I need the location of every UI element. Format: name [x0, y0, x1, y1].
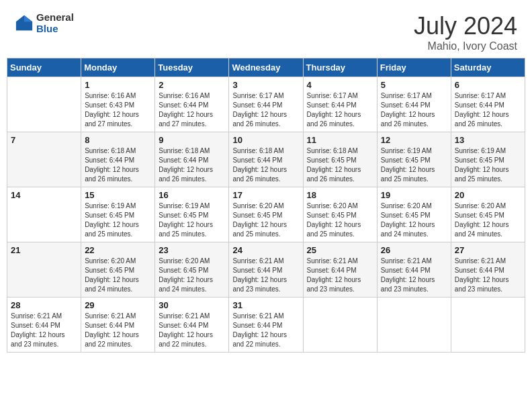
day-number: 7 — [11, 135, 77, 145]
day-number: 19 — [381, 190, 447, 200]
day-info: Sunrise: 6:20 AMSunset: 6:45 PMDaylight:… — [307, 201, 373, 239]
day-number: 17 — [232, 190, 299, 200]
day-cell: 26Sunrise: 6:21 AMSunset: 6:44 PMDayligh… — [377, 242, 451, 298]
day-info: Sunrise: 6:19 AMSunset: 6:45 PMDaylight:… — [85, 201, 151, 239]
page-header: General Blue July 2024 Mahio, Ivory Coas… — [7, 7, 525, 55]
day-number: 25 — [307, 245, 373, 255]
calendar-header-row: SundayMondayTuesdayWednesdayThursdayFrid… — [7, 58, 525, 77]
day-number: 14 — [11, 190, 77, 200]
day-info: Sunrise: 6:20 AMSunset: 6:45 PMDaylight:… — [455, 201, 521, 239]
day-cell: 30Sunrise: 6:21 AMSunset: 6:44 PMDayligh… — [155, 298, 229, 353]
day-number: 15 — [85, 190, 151, 200]
day-info: Sunrise: 6:18 AMSunset: 6:44 PMDaylight:… — [85, 146, 151, 184]
day-cell: 27Sunrise: 6:21 AMSunset: 6:44 PMDayligh… — [451, 242, 525, 298]
day-info: Sunrise: 6:20 AMSunset: 6:45 PMDaylight:… — [85, 257, 151, 294]
day-number: 20 — [455, 190, 521, 200]
day-cell: 11Sunrise: 6:18 AMSunset: 6:45 PMDayligh… — [303, 132, 377, 187]
day-info: Sunrise: 6:21 AMSunset: 6:44 PMDaylight:… — [307, 257, 373, 294]
day-info: Sunrise: 6:18 AMSunset: 6:44 PMDaylight:… — [159, 146, 225, 184]
day-number: 13 — [455, 135, 521, 145]
day-number: 1 — [85, 80, 151, 90]
day-info: Sunrise: 6:17 AMSunset: 6:44 PMDaylight:… — [381, 91, 447, 129]
day-number: 3 — [232, 80, 299, 90]
day-cell — [377, 298, 451, 353]
day-cell: 6Sunrise: 6:17 AMSunset: 6:44 PMDaylight… — [451, 77, 525, 132]
day-number: 5 — [381, 80, 447, 90]
col-header-monday: Monday — [81, 58, 155, 77]
day-info: Sunrise: 6:21 AMSunset: 6:44 PMDaylight:… — [455, 257, 521, 294]
title-section: July 2024 Mahio, Ivory Coast — [414, 12, 517, 52]
col-header-tuesday: Tuesday — [155, 58, 229, 77]
day-cell: 7 — [7, 132, 81, 187]
day-cell — [451, 298, 525, 353]
day-number: 6 — [455, 80, 521, 90]
day-cell: 17Sunrise: 6:20 AMSunset: 6:45 PMDayligh… — [229, 187, 303, 242]
day-info: Sunrise: 6:17 AMSunset: 6:44 PMDaylight:… — [307, 91, 373, 129]
day-number: 23 — [159, 245, 225, 255]
day-info: Sunrise: 6:20 AMSunset: 6:45 PMDaylight:… — [381, 201, 447, 239]
col-header-friday: Friday — [377, 58, 451, 77]
day-cell: 23Sunrise: 6:20 AMSunset: 6:45 PMDayligh… — [155, 242, 229, 298]
day-number: 27 — [455, 245, 521, 255]
day-info: Sunrise: 6:17 AMSunset: 6:44 PMDaylight:… — [455, 91, 521, 129]
day-info: Sunrise: 6:18 AMSunset: 6:44 PMDaylight:… — [232, 146, 299, 184]
day-number: 8 — [85, 135, 151, 145]
day-number: 18 — [307, 190, 373, 200]
day-cell: 15Sunrise: 6:19 AMSunset: 6:45 PMDayligh… — [81, 187, 155, 242]
day-cell: 3Sunrise: 6:17 AMSunset: 6:44 PMDaylight… — [229, 77, 303, 132]
day-cell: 2Sunrise: 6:16 AMSunset: 6:44 PMDaylight… — [155, 77, 229, 132]
day-info: Sunrise: 6:21 AMSunset: 6:44 PMDaylight:… — [232, 312, 299, 349]
day-cell: 22Sunrise: 6:20 AMSunset: 6:45 PMDayligh… — [81, 242, 155, 298]
week-row-5: 28Sunrise: 6:21 AMSunset: 6:44 PMDayligh… — [7, 298, 525, 353]
day-cell — [7, 77, 81, 132]
day-cell: 16Sunrise: 6:19 AMSunset: 6:45 PMDayligh… — [155, 187, 229, 242]
day-cell: 8Sunrise: 6:18 AMSunset: 6:44 PMDaylight… — [81, 132, 155, 187]
logo-blue: Blue — [36, 24, 74, 35]
day-cell: 10Sunrise: 6:18 AMSunset: 6:44 PMDayligh… — [229, 132, 303, 187]
month-year-title: July 2024 — [414, 12, 517, 40]
day-info: Sunrise: 6:16 AMSunset: 6:44 PMDaylight:… — [159, 91, 225, 129]
day-info: Sunrise: 6:16 AMSunset: 6:43 PMDaylight:… — [85, 91, 151, 129]
day-cell: 19Sunrise: 6:20 AMSunset: 6:45 PMDayligh… — [377, 187, 451, 242]
logo-icon — [15, 14, 34, 33]
day-info: Sunrise: 6:18 AMSunset: 6:45 PMDaylight:… — [307, 146, 373, 184]
day-cell: 9Sunrise: 6:18 AMSunset: 6:44 PMDaylight… — [155, 132, 229, 187]
day-info: Sunrise: 6:21 AMSunset: 6:44 PMDaylight:… — [85, 312, 151, 349]
day-cell: 28Sunrise: 6:21 AMSunset: 6:44 PMDayligh… — [7, 298, 81, 353]
logo-general: General — [36, 12, 74, 24]
day-info: Sunrise: 6:21 AMSunset: 6:44 PMDaylight:… — [11, 312, 77, 349]
logo-text: General Blue — [36, 12, 74, 34]
day-number: 26 — [381, 245, 447, 255]
week-row-4: 2122Sunrise: 6:20 AMSunset: 6:45 PMDayli… — [7, 242, 525, 298]
col-header-wednesday: Wednesday — [229, 58, 303, 77]
day-number: 31 — [232, 300, 299, 310]
day-cell: 14 — [7, 187, 81, 242]
day-info: Sunrise: 6:21 AMSunset: 6:44 PMDaylight:… — [381, 257, 447, 294]
day-number: 16 — [159, 190, 225, 200]
day-number: 24 — [232, 245, 299, 255]
day-info: Sunrise: 6:19 AMSunset: 6:45 PMDaylight:… — [159, 201, 225, 239]
day-cell: 12Sunrise: 6:19 AMSunset: 6:45 PMDayligh… — [377, 132, 451, 187]
logo: General Blue — [15, 12, 74, 34]
svg-marker-1 — [24, 15, 32, 21]
day-info: Sunrise: 6:20 AMSunset: 6:45 PMDaylight:… — [159, 257, 225, 294]
day-info: Sunrise: 6:20 AMSunset: 6:45 PMDaylight:… — [232, 201, 299, 239]
day-number: 9 — [159, 135, 225, 145]
day-cell: 13Sunrise: 6:19 AMSunset: 6:45 PMDayligh… — [451, 132, 525, 187]
day-cell: 29Sunrise: 6:21 AMSunset: 6:44 PMDayligh… — [81, 298, 155, 353]
day-cell: 18Sunrise: 6:20 AMSunset: 6:45 PMDayligh… — [303, 187, 377, 242]
day-info: Sunrise: 6:21 AMSunset: 6:44 PMDaylight:… — [232, 257, 299, 294]
week-row-2: 78Sunrise: 6:18 AMSunset: 6:44 PMDayligh… — [7, 132, 525, 187]
day-cell: 1Sunrise: 6:16 AMSunset: 6:43 PMDaylight… — [81, 77, 155, 132]
day-info: Sunrise: 6:19 AMSunset: 6:45 PMDaylight:… — [381, 146, 447, 184]
day-number: 30 — [159, 300, 225, 310]
day-number: 4 — [307, 80, 373, 90]
day-number: 22 — [85, 245, 151, 255]
day-cell: 21 — [7, 242, 81, 298]
day-number: 11 — [307, 135, 373, 145]
day-info: Sunrise: 6:21 AMSunset: 6:44 PMDaylight:… — [159, 312, 225, 349]
day-number: 29 — [85, 300, 151, 310]
day-cell: 24Sunrise: 6:21 AMSunset: 6:44 PMDayligh… — [229, 242, 303, 298]
day-cell: 5Sunrise: 6:17 AMSunset: 6:44 PMDaylight… — [377, 77, 451, 132]
day-number: 28 — [11, 300, 77, 310]
